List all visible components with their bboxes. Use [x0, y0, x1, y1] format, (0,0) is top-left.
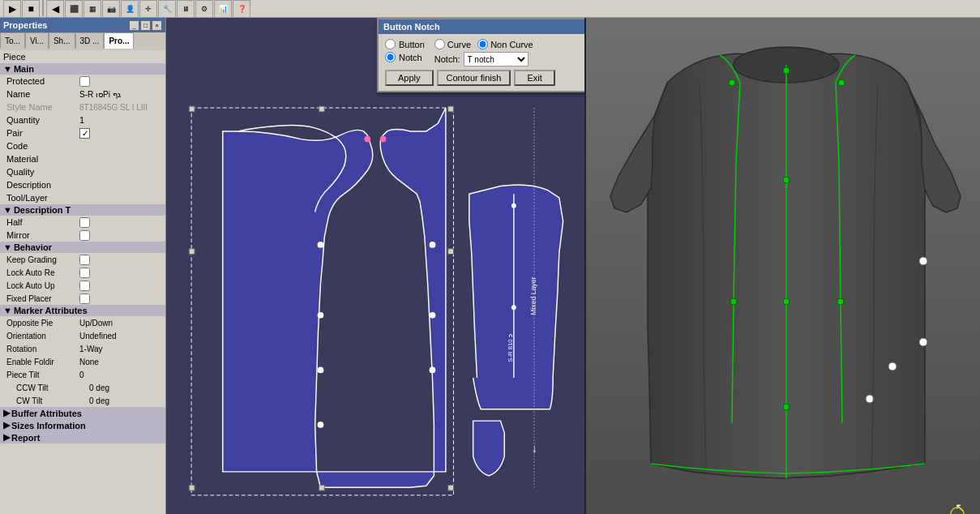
svg-point-37 [919, 257, 927, 265]
quantity-value: 1 [79, 115, 164, 125]
dialog-title: Button Notch [383, 22, 440, 32]
toolbar-btn-prev[interactable]: ◀ [46, 0, 64, 18]
section-main-header[interactable]: ▼ Main [0, 63, 165, 75]
content-area: Properties _ □ × To... Vi... Sh... 3D ..… [0, 18, 980, 514]
notch-radio-label[interactable]: Notch [385, 52, 425, 62]
panel-minimize-btn[interactable]: _ [129, 20, 139, 31]
svg-point-39 [888, 362, 897, 371]
section-buffer-header[interactable]: ▶ Buffer Attributes [0, 407, 165, 419]
toolbar-btn-box[interactable]: ⬛ [65, 0, 83, 18]
prop-opposite-pie: Opposite Pie Up/Down [0, 316, 165, 329]
prop-fixed-placer: Fixed Placer [0, 292, 165, 305]
toolbar-btn-wrench[interactable]: 🔧 [158, 0, 176, 18]
material-label: Material [6, 154, 79, 164]
piece-tilt-label: Piece Tilt [6, 371, 79, 379]
notch-type-select[interactable]: T notch V notch Round notch [464, 52, 529, 66]
lock-auto-up-checkbox[interactable] [79, 281, 90, 291]
prop-name: Name S-R סוPi גף [0, 88, 165, 101]
lock-auto-re-label: Lock Auto Re [6, 268, 79, 277]
non-curve-radio[interactable] [477, 39, 488, 49]
section-marker-label: Marker Attributes [14, 306, 88, 315]
tab-3d[interactable]: 3D ... [75, 32, 105, 49]
svg-point-5 [318, 312, 324, 319]
section-report-label: Report [11, 433, 40, 443]
svg-point-30 [783, 177, 790, 183]
mirror-checkbox[interactable] [79, 230, 90, 241]
prop-description: Description [0, 178, 165, 191]
toolbar-btn-person[interactable]: 👤 [121, 0, 139, 18]
protected-checkbox[interactable] [79, 76, 90, 87]
half-checkbox[interactable] [79, 217, 90, 228]
prop-material: Material [0, 152, 165, 165]
toolbar-btn-help[interactable]: ❓ [233, 0, 250, 18]
non-curve-radio-label[interactable]: Non Curve [477, 39, 533, 49]
ccw-tilt-label: CCW Tilt [16, 383, 89, 392]
toolbar-btn-cam[interactable]: 📷 [102, 0, 120, 18]
section-marker-expand: ▼ [3, 306, 12, 315]
panel-restore-btn[interactable]: □ [140, 20, 151, 31]
opposite-pie-value: Up/Down [79, 319, 164, 328]
toolbar-btn-cross[interactable]: ✛ [139, 0, 157, 18]
svg-rect-15 [448, 249, 454, 255]
section-marker-header[interactable]: ▼ Marker Attributes [0, 305, 165, 316]
quantity-label: Quantity [6, 115, 79, 125]
toolbar-btn-grid[interactable]: ▦ [83, 0, 101, 18]
protected-label: Protected [6, 76, 79, 86]
orientation-value: Undefined [79, 332, 164, 341]
svg-rect-18 [448, 485, 454, 490]
contour-finish-button[interactable]: Contour finish [437, 70, 511, 86]
svg-point-2 [364, 136, 370, 143]
dialog-options-row: Button Notch [385, 39, 584, 66]
prop-rotation: Rotation 1-Way [0, 342, 165, 355]
section-desc-header[interactable]: ▼ Description T [0, 204, 165, 216]
toolbar-btn-gear[interactable]: ⚙ [195, 0, 213, 18]
enable-folding-label: Enable Foldir [6, 358, 79, 366]
curve-radio[interactable] [434, 39, 445, 49]
toolbar-btn-chart[interactable]: 📊 [214, 0, 232, 18]
panel-close-btn[interactable]: × [152, 20, 162, 31]
lock-auto-re-checkbox[interactable] [79, 268, 90, 278]
code-label: Code [6, 141, 79, 151]
prop-protected: Protected [0, 75, 165, 88]
notch-radio[interactable] [385, 52, 396, 62]
tab-sh[interactable]: Sh... [49, 32, 75, 49]
keep-grading-label: Keep Grading [6, 255, 79, 264]
svg-point-36 [837, 298, 844, 305]
half-label: Half [6, 217, 79, 227]
prop-cw-tilt: CW Tilt 0 deg [0, 394, 165, 407]
toolbar-btn-play[interactable]: ▶ [3, 0, 21, 18]
apply-button[interactable]: Apply [385, 70, 434, 86]
section-main-expand: ▼ [3, 64, 12, 74]
keep-grading-checkbox[interactable] [79, 255, 90, 265]
toolbar-btn-monitor[interactable]: 🖥 [177, 0, 195, 18]
tab-pro[interactable]: Pro... [104, 32, 134, 49]
toolbar-btn-stop[interactable]: ■ [22, 0, 40, 18]
svg-rect-11 [189, 106, 195, 112]
exit-button[interactable]: Exit [514, 70, 554, 86]
prop-quantity: Quantity 1 [0, 114, 165, 126]
curve-options: Curve Non Curve Notch: [434, 39, 584, 66]
button-radio-label[interactable]: Button [385, 39, 425, 49]
section-behavior-header[interactable]: ▼ Behavior [0, 242, 165, 253]
fixed-placer-checkbox[interactable] [79, 293, 90, 304]
section-sizes-header[interactable]: ▶ Sizes Information [0, 419, 165, 431]
properties-scroll[interactable]: ▼ Main Protected Name S-R סוPi גף Style … [0, 63, 165, 514]
curve-radio-row: Curve Non Curve [434, 39, 584, 49]
dialog-buttons-row: Apply Contour finish Exit [385, 70, 584, 86]
svg-point-9 [430, 312, 436, 319]
curve-radio-label[interactable]: Curve [434, 39, 471, 49]
svg-rect-13 [448, 106, 454, 112]
notch-type-row: Notch: T notch V notch Round notch [434, 52, 584, 66]
svg-text:↓: ↓ [532, 443, 537, 455]
tab-vi[interactable]: Vi... [25, 32, 49, 49]
svg-text:S-R 810 כ: S-R 810 כ [507, 334, 514, 362]
app-root: ▶ ■ ◀ ⬛ ▦ 📷 👤 ✛ 🔧 🖥 ⚙ 📊 ❓ Properties [0, 0, 980, 514]
svg-point-32 [783, 404, 790, 410]
svg-point-3 [380, 136, 387, 143]
button-radio[interactable] [385, 39, 396, 49]
section-sizes-expand: ▶ [3, 420, 10, 430]
toolbar-sep-1 [42, 0, 44, 16]
svg-point-6 [318, 367, 324, 374]
section-report-header[interactable]: ▶ Report [0, 431, 165, 443]
tab-to[interactable]: To... [0, 32, 25, 49]
